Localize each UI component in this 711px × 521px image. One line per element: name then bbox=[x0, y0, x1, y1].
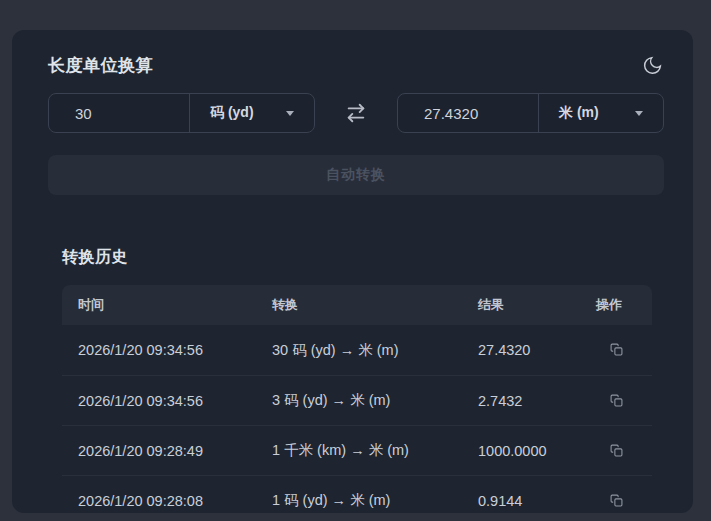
to-value-input[interactable] bbox=[398, 94, 538, 132]
copy-result-button[interactable] bbox=[608, 341, 625, 358]
history-conversion: 1 千米 (km) → 米 (m) bbox=[256, 441, 462, 460]
from-group: 码 (yd) bbox=[48, 93, 315, 133]
copy-icon bbox=[610, 444, 623, 457]
swap-arrows-icon bbox=[345, 102, 367, 124]
history-conversion: 30 码 (yd) → 米 (m) bbox=[256, 341, 462, 360]
header: 长度单位换算 bbox=[48, 52, 664, 78]
column-header-result: 结果 bbox=[462, 296, 580, 314]
column-header-conversion: 转换 bbox=[256, 296, 462, 314]
page-title: 长度单位换算 bbox=[48, 54, 153, 77]
table-row: 2026/1/20 09:34:56 3 码 (yd) → 米 (m) 2.74… bbox=[62, 375, 652, 425]
history-conversion: 3 码 (yd) → 米 (m) bbox=[256, 391, 462, 410]
to-unit-select[interactable]: 米 (m) bbox=[538, 94, 663, 132]
column-header-time: 时间 bbox=[62, 296, 256, 314]
history-conversion: 1 码 (yd) → 米 (m) bbox=[256, 491, 462, 510]
converter-panel: 长度单位换算 码 (yd) bbox=[12, 30, 693, 513]
copy-icon bbox=[610, 394, 623, 407]
history-time: 2026/1/20 09:34:56 bbox=[62, 393, 256, 409]
history-result: 0.9144 bbox=[462, 493, 580, 509]
table-row: 2026/1/20 09:28:49 1 千米 (km) → 米 (m) 100… bbox=[62, 425, 652, 475]
to-group: 米 (m) bbox=[397, 93, 664, 133]
history-section: 转换历史 时间 转换 结果 操作 2026/1/20 09:34:56 30 码… bbox=[62, 245, 664, 513]
swap-wrap bbox=[315, 100, 397, 126]
copy-result-button[interactable] bbox=[608, 392, 625, 409]
from-unit-select[interactable]: 码 (yd) bbox=[189, 94, 314, 132]
swap-units-button[interactable] bbox=[343, 100, 369, 126]
chevron-down-icon bbox=[286, 111, 294, 116]
history-result: 1000.0000 bbox=[462, 443, 580, 459]
copy-result-button[interactable] bbox=[608, 442, 625, 459]
auto-convert-button[interactable]: 自动转换 bbox=[48, 155, 664, 195]
converter-row: 码 (yd) 米 (m) bbox=[48, 93, 664, 133]
history-time: 2026/1/20 09:34:56 bbox=[62, 342, 256, 358]
moon-icon bbox=[642, 55, 663, 76]
from-value-input[interactable] bbox=[49, 94, 189, 132]
copy-result-button[interactable] bbox=[608, 492, 625, 509]
table-row: 2026/1/20 09:28:08 1 码 (yd) → 米 (m) 0.91… bbox=[62, 475, 652, 513]
history-result: 27.4320 bbox=[462, 342, 580, 358]
from-unit-label: 码 (yd) bbox=[210, 104, 254, 122]
history-rows: 2026/1/20 09:34:56 30 码 (yd) → 米 (m) 27.… bbox=[62, 325, 652, 513]
history-title: 转换历史 bbox=[62, 245, 664, 269]
theme-toggle-button[interactable] bbox=[640, 53, 664, 77]
chevron-down-icon bbox=[635, 111, 643, 116]
history-result: 2.7432 bbox=[462, 393, 580, 409]
column-header-action: 操作 bbox=[580, 296, 652, 314]
copy-icon bbox=[610, 343, 623, 356]
history-table-header: 时间 转换 结果 操作 bbox=[62, 285, 652, 325]
table-row: 2026/1/20 09:34:56 30 码 (yd) → 米 (m) 27.… bbox=[62, 325, 652, 375]
to-unit-label: 米 (m) bbox=[559, 104, 599, 122]
history-time: 2026/1/20 09:28:49 bbox=[62, 443, 256, 459]
history-table: 时间 转换 结果 操作 2026/1/20 09:34:56 30 码 (yd)… bbox=[62, 285, 652, 513]
copy-icon bbox=[610, 494, 623, 507]
history-time: 2026/1/20 09:28:08 bbox=[62, 493, 256, 509]
